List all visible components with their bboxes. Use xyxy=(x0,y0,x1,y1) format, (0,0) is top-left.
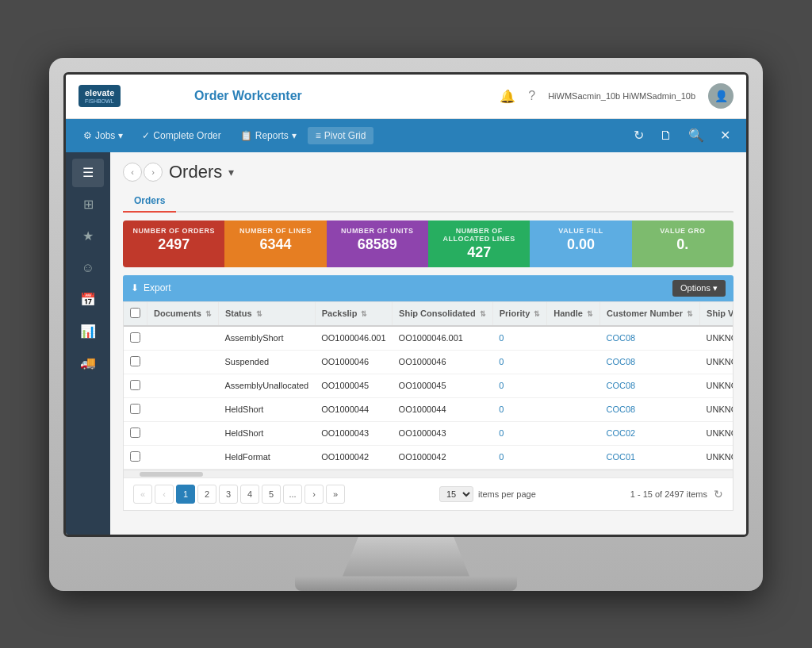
cell-customer-number[interactable]: COC02 xyxy=(600,421,700,445)
tab-orders[interactable]: Orders xyxy=(123,190,176,213)
table-row: Suspended OO1000046 OO1000046 0 COC08 UN… xyxy=(124,350,733,374)
export-icon: ⬇ xyxy=(131,282,139,293)
cell-checkbox[interactable] xyxy=(124,374,147,397)
logo-area: elevate FISHBOWL xyxy=(79,85,182,106)
row-checkbox[interactable] xyxy=(130,356,140,366)
cell-handle xyxy=(547,445,600,469)
bell-icon[interactable]: 🔔 xyxy=(500,89,515,104)
sort-icon: ⇅ xyxy=(361,310,367,318)
stat-num-lines: NUMBER OF LINES 6344 xyxy=(224,220,326,267)
cell-customer-number[interactable]: COC08 xyxy=(600,374,700,397)
cell-customer-number[interactable]: COC08 xyxy=(600,350,700,374)
top-bar: elevate FISHBOWL Order Workcenter 🔔 ? Hi… xyxy=(66,75,746,119)
page-btn-3[interactable]: 3 xyxy=(219,485,238,504)
items-per-page-select[interactable]: 15 25 50 xyxy=(439,486,473,502)
cell-checkbox[interactable] xyxy=(124,421,147,445)
cell-customer-number[interactable]: COC08 xyxy=(600,397,700,421)
cell-checkbox[interactable] xyxy=(124,445,147,469)
monitor-stand xyxy=(327,537,485,577)
scroll-thumb[interactable] xyxy=(140,472,203,477)
sort-icon: ⇅ xyxy=(205,310,212,318)
export-button[interactable]: ⬇ Export xyxy=(131,282,171,293)
cell-ship-via: UNKNOW xyxy=(700,326,733,351)
page-btn-2[interactable]: 2 xyxy=(197,485,216,504)
cell-documents xyxy=(147,326,219,351)
col-ship-consolidated[interactable]: Ship Consolidated ⇅ xyxy=(393,302,493,326)
cell-status: AssemblyShort xyxy=(218,326,315,351)
options-button[interactable]: Options ▾ xyxy=(672,280,726,297)
page-btn-5[interactable]: 5 xyxy=(262,485,281,504)
col-customer-number[interactable]: Customer Number ⇅ xyxy=(600,302,700,326)
smiley-icon: ☺ xyxy=(82,261,94,275)
cell-customer-number[interactable]: COC01 xyxy=(600,445,700,469)
sidebar-item-face[interactable]: ☺ xyxy=(72,254,104,282)
app-title: Order Workcenter xyxy=(194,89,500,103)
sidebar-item-favorites[interactable]: ★ xyxy=(72,222,104,251)
sidebar-item-chart[interactable]: 📊 xyxy=(72,317,104,346)
page-btn-4[interactable]: 4 xyxy=(240,485,259,504)
page-nav: « ‹ 1 2 3 4 5 ... › » xyxy=(133,485,345,504)
close-toolbar-icon[interactable]: ✕ xyxy=(714,125,737,146)
select-all-checkbox[interactable] xyxy=(130,308,140,318)
sidebar-item-grid[interactable]: ⊞ xyxy=(72,190,104,219)
cell-documents xyxy=(147,350,219,374)
page-area: ‹ › Orders ▾ Orders xyxy=(110,152,746,535)
prev-page-btn[interactable]: ‹ xyxy=(155,485,174,504)
horizontal-scrollbar[interactable] xyxy=(124,470,733,477)
toolbar-jobs[interactable]: ⚙ Jobs ▾ xyxy=(75,127,131,144)
truck-icon: 🚚 xyxy=(80,355,96,370)
avatar[interactable]: 👤 xyxy=(708,83,733,109)
help-icon[interactable]: ? xyxy=(528,89,535,103)
sidebar-item-menu[interactable]: ☰ xyxy=(72,159,104,187)
cell-ship-via: UNKNOW xyxy=(700,421,733,445)
row-checkbox[interactable] xyxy=(130,428,140,438)
first-page-btn[interactable]: « xyxy=(133,485,152,504)
sort-icon: ⇅ xyxy=(534,310,540,318)
refresh-icon[interactable]: ↻ xyxy=(714,488,723,500)
cell-checkbox[interactable] xyxy=(124,397,147,421)
sidebar-item-calendar[interactable]: 📅 xyxy=(72,286,104,314)
gear-icon: ⚙ xyxy=(83,130,92,141)
cell-priority: 0 xyxy=(492,445,547,469)
col-priority[interactable]: Priority ⇅ xyxy=(492,302,547,326)
document-toolbar-icon[interactable]: 🗋 xyxy=(653,125,679,146)
row-checkbox[interactable] xyxy=(130,451,140,462)
cell-documents xyxy=(147,421,219,445)
calendar-icon: 📅 xyxy=(80,292,96,307)
toolbar-pivot-grid[interactable]: ≡ Pivot Grid xyxy=(308,127,374,144)
sidebar-item-truck[interactable]: 🚚 xyxy=(72,349,104,378)
cell-checkbox[interactable] xyxy=(124,326,147,351)
last-page-btn[interactable]: » xyxy=(326,485,345,504)
col-packslip[interactable]: PacksIip ⇅ xyxy=(315,302,392,326)
row-checkbox[interactable] xyxy=(130,332,140,343)
refresh-toolbar-icon[interactable]: ↻ xyxy=(627,125,650,146)
cell-ship-via: UNKNOW xyxy=(700,374,733,397)
back-arrow[interactable]: ‹ xyxy=(123,163,142,182)
cell-status: HeldShort xyxy=(218,421,315,445)
cell-documents xyxy=(147,374,219,397)
toolbar-complete-order[interactable]: ✓ Complete Order xyxy=(134,127,228,144)
toolbar-reports[interactable]: 📋 Reports ▾ xyxy=(232,127,304,144)
stat-num-units: NUMBER OF UNITS 68589 xyxy=(327,220,428,267)
cell-ship-via: UNKNOW xyxy=(700,350,733,374)
col-handle[interactable]: Handle ⇅ xyxy=(547,302,600,326)
reports-icon: 📋 xyxy=(240,130,252,141)
page-btn-1[interactable]: 1 xyxy=(176,485,195,504)
next-page-btn[interactable]: › xyxy=(304,485,324,504)
cell-priority: 0 xyxy=(492,397,547,421)
row-checkbox[interactable] xyxy=(130,404,140,414)
cell-packslip: OO1000045 xyxy=(315,374,392,397)
chart-icon: 📊 xyxy=(80,324,96,339)
table-wrapper: Documents ⇅ Status ⇅ PacksIip xyxy=(123,301,733,511)
col-ship-via[interactable]: Ship Via xyxy=(700,302,733,326)
cell-checkbox[interactable] xyxy=(124,350,147,374)
page-btn-ellipsis: ... xyxy=(283,485,302,504)
cell-customer-number[interactable]: COC08 xyxy=(600,326,700,351)
page-title-dropdown-icon[interactable]: ▾ xyxy=(228,166,234,178)
col-documents[interactable]: Documents ⇅ xyxy=(147,302,219,326)
col-status[interactable]: Status ⇅ xyxy=(218,302,315,326)
search-toolbar-icon[interactable]: 🔍 xyxy=(682,125,710,146)
row-checkbox[interactable] xyxy=(130,380,140,390)
stat-num-allocated: NUMBER OF ALLOCATED LINES 427 xyxy=(428,220,530,267)
forward-arrow[interactable]: › xyxy=(144,163,163,182)
